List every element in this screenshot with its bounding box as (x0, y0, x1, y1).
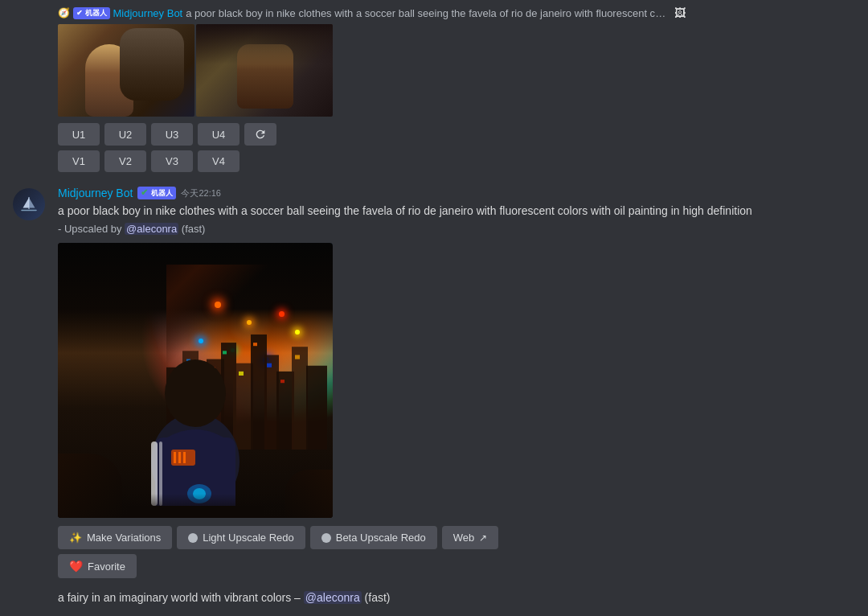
external-link-icon: ↗ (479, 532, 487, 544)
circle-icon-beta (321, 533, 331, 543)
svg-rect-8 (276, 372, 294, 450)
v1-button[interactable]: V1 (58, 150, 100, 172)
mention-link[interactable]: @aleconra (125, 223, 178, 235)
top-inline-header: 🧭 ✔ 机器人 Midjourney Bot a poor black boy … (58, 6, 855, 19)
main-message-block: Midjourney Bot ✔ 机器人 今天22:16 a poor blac… (0, 180, 868, 585)
message-header: Midjourney Bot ✔ 机器人 今天22:16 (58, 187, 855, 199)
svg-rect-10 (306, 366, 327, 450)
web-button[interactable]: Web ↗ (442, 526, 499, 549)
circle-icon-light (188, 533, 198, 543)
bot-badge: ✔ 机器人 (137, 187, 176, 199)
bottom-mention[interactable]: @aleconra (304, 591, 362, 604)
favorite-button[interactable]: ❤️ Favorite (58, 554, 137, 578)
timestamp: 今天22:16 (181, 187, 221, 199)
top-expand-icon[interactable]: 🖼 (674, 6, 686, 19)
image-grid-top (58, 24, 333, 117)
v4-button[interactable]: V4 (198, 150, 240, 172)
v2-button[interactable]: V2 (104, 150, 146, 172)
upscale-button-row: U1 U2 U3 U4 (58, 123, 855, 146)
bot-name: Midjourney Bot (58, 187, 133, 199)
top-badge: ✔ 机器人 (73, 7, 110, 19)
make-variations-button[interactable]: ✨ Make Variations (58, 526, 172, 549)
svg-rect-29 (183, 452, 186, 463)
avatar-inner (13, 188, 45, 220)
image-background (58, 243, 333, 518)
boy-silhouette (127, 317, 264, 518)
image-top-right (196, 24, 333, 117)
svg-rect-28 (178, 452, 181, 463)
u4-button[interactable]: U4 (198, 123, 240, 146)
avatar (13, 188, 45, 220)
sailboat-icon (19, 195, 39, 214)
favorite-row: ❤️ Favorite (58, 554, 855, 578)
variation-button-row: V1 V2 V3 V4 (58, 150, 855, 172)
main-image[interactable] (58, 243, 333, 518)
top-prompt-preview: a poor black boy in nike clothes with a … (186, 7, 668, 19)
svg-rect-20 (295, 355, 300, 359)
svg-point-22 (165, 359, 226, 427)
sparkles-icon: ✨ (69, 532, 82, 544)
bottom-speed: (fast) (365, 591, 391, 604)
light-upscale-redo-button[interactable]: Light Upscale Redo (177, 526, 305, 549)
image-top-left (58, 24, 194, 117)
beta-upscale-redo-button[interactable]: Beta Upscale Redo (310, 526, 437, 549)
svg-rect-9 (292, 347, 308, 450)
action-buttons-row: ✨ Make Variations Light Upscale Redo Bet… (58, 526, 855, 549)
message-text: a poor black boy in nike clothes with a … (58, 203, 855, 220)
v3-button[interactable]: V3 (151, 150, 193, 172)
bottom-text-section: a fairy in an imaginary world with vibra… (0, 585, 868, 610)
refresh-icon (254, 128, 267, 141)
upscaled-by-text: - Upscaled by @aleconra (fast) (58, 223, 855, 235)
top-bot-icon: 🧭 (58, 7, 70, 18)
svg-rect-18 (267, 363, 272, 368)
top-section: 🧭 ✔ 机器人 Midjourney Bot a poor black boy … (0, 0, 868, 180)
u1-button[interactable]: U1 (58, 123, 100, 146)
svg-rect-27 (174, 452, 176, 463)
heart-icon: ❤️ (69, 560, 83, 573)
u3-button[interactable]: U3 (151, 123, 193, 146)
u2-button[interactable]: U2 (104, 123, 146, 146)
bottom-prompt-text: a fairy in an imaginary world with vibra… (58, 591, 304, 604)
message-content: Midjourney Bot ✔ 机器人 今天22:16 a poor blac… (58, 187, 855, 578)
top-bot-name: Midjourney Bot (113, 7, 183, 19)
svg-rect-19 (280, 380, 285, 383)
refresh-button[interactable] (244, 123, 276, 146)
